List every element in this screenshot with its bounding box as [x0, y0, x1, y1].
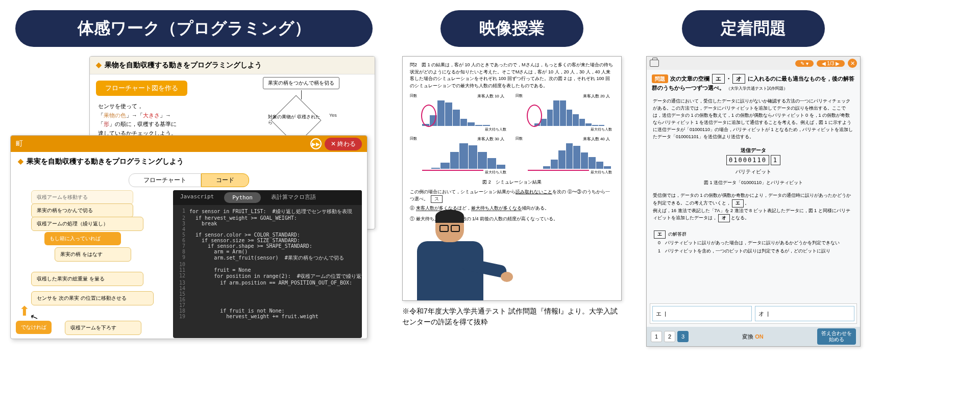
quiz-topbar: ✎ ▾ ◀ 1/3 ▶ ✕	[647, 57, 860, 70]
block-grab-cut[interactable]: 果実の柄をつかんで切る	[31, 203, 133, 218]
code-line: 6 if sensor.size >= SIZE_STANDARD:	[175, 238, 360, 243]
histogram: 回数来客人数 30 人最大待ち人数	[410, 136, 508, 176]
quiz-opt-1: 1 パリティビットを含め，一つのビットの誤りは判定できるが，どのビットに誤り	[653, 247, 854, 255]
answer-cell-o[interactable]: オ |	[755, 306, 854, 321]
code-line: 3 break	[175, 221, 360, 226]
fc-node-grab: 果実の柄をつかんで柄を切る	[263, 77, 339, 89]
titlebar-icon: 町	[16, 139, 23, 148]
quiz-page-buttons: 1 2 3	[651, 331, 689, 342]
quiz-answer-group: エ の解答群 0 パリティビットに誤りがあった場合は，データに誤りがあるかどうか…	[647, 228, 860, 257]
histogram: 回数来客人数 10 人最大待ち人数	[410, 93, 508, 133]
quiz-close-icon[interactable]: ✕	[848, 59, 857, 68]
code-card: 町 ▶▶ ✕ 終わる 果実を自動収穫する動きをプログラミングしよう フローチャー…	[10, 135, 368, 339]
pen-icon[interactable]: ✎ ▾	[795, 60, 814, 67]
block-move-arm[interactable]: 収穫アームを移動する	[31, 190, 133, 204]
front-title: 果実を自動収穫する動きをプログラミングしよう	[11, 152, 367, 171]
block-weigh[interactable]: 収穫した果実の総重量 を量る	[31, 272, 143, 286]
code-line: 19 hervest_weight += fruit.weight	[175, 314, 360, 319]
quiz-card: ✎ ▾ ◀ 1/3 ▶ ✕ 問題次の文章の空欄 エ・オ に入れるのに最も適当なも…	[646, 56, 861, 347]
convert-toggle[interactable]: 変換 ON	[742, 333, 764, 341]
code-line: 7 if sensor.shape >= SHAPE_STANDARD:	[175, 243, 360, 249]
quiz-answer-inputs: エ | オ |	[650, 303, 857, 324]
block-palette: 収穫アームを移動する 果実の柄をつかんで切る 収穫アームの処理（繰り返し） もし…	[16, 190, 169, 338]
code-line: 12 for position in range(2): #収穫アームの位置で繰…	[175, 273, 360, 280]
quiz-bottombar: 1 2 3 変換 ON 答え合わせを 始める	[647, 327, 860, 346]
quiz-body-1: データの通信において，受信したデータに誤りがないか確認する方法の一つにパリティチ…	[647, 96, 860, 143]
lang-tab-js[interactable]: Javascript	[173, 190, 221, 205]
video-source-note: ※令和7年度大学入学共通テスト 試作問題『情報Ⅰ』より。大学入試センターの許諾を…	[402, 306, 622, 327]
code-line: 4	[175, 226, 360, 232]
block-release[interactable]: 果実の柄 をはなす	[55, 247, 131, 262]
pill-fixation: 定着問題	[682, 10, 825, 47]
video-lesson-card: 問2 図 1 の結果は，客が 10 人のときであったので，Mさんは，もっと多くの…	[402, 56, 622, 301]
tab-flowchart[interactable]: フローチャート	[129, 173, 201, 187]
code-line: 11 fruit = None	[175, 267, 360, 273]
page-1[interactable]: 1	[651, 331, 662, 342]
code-line: 14	[175, 286, 360, 291]
histogram-grid: 回数来客人数 10 人最大待ち人数回数来客人数 20 人最大待ち人数回数来客人数…	[403, 91, 621, 178]
camera-icon[interactable]	[650, 60, 659, 67]
code-line: 16	[175, 297, 360, 302]
back-title: 果物を自動収穫する動きをプログラミングしよう	[90, 57, 375, 74]
quiz-body-2: 受信側では，データの 1 の個数が偶数か奇数かにより，データの通信時に誤りがあっ…	[647, 190, 860, 225]
video-explain: この例の場合において，シミュレーション結果から読み取れないことを次の ⓪〜③ の…	[403, 189, 621, 203]
code-line: 18 if fruit is not None:	[175, 308, 360, 314]
code-line: 10	[175, 262, 360, 267]
start-check-button[interactable]: 答え合わせを 始める	[817, 328, 856, 345]
lang-tab-macro[interactable]: 表計算マクロ言語	[264, 190, 323, 205]
code-line: 13 if arm.position == ARM_POSITION_OUT_O…	[175, 280, 360, 286]
bits-parity: 1	[771, 155, 780, 165]
block-move-sensor[interactable]: センサを 次の果実 の位置に移動させる	[31, 291, 154, 305]
histogram: 回数来客人数 20 人最大待ち人数	[516, 93, 614, 133]
code-line: 2 if hervest_weight >= GOAL_WEIGHT:	[175, 215, 360, 221]
code-card-titlebar: 町 ▶▶ ✕ 終わる	[11, 136, 367, 152]
fc-yes-label: Yes	[329, 113, 337, 118]
code-pane: Javascript Python 表計算マクロ言語 1for sensor i…	[173, 190, 362, 338]
video-question-text: 問2 図 1 の結果は，客が 10 人のときであったので，Mさんは，もっと多くの…	[403, 57, 621, 91]
video-fig-caption: 図 2 シミュレーション結果	[403, 178, 621, 189]
quiz-question: 問題次の文章の空欄 エ・オ に入れるのに最も適当なものを，後の解答群のうちから一…	[647, 70, 860, 96]
question-tag: 問題	[652, 74, 668, 83]
bits-data: 01000110	[726, 155, 769, 165]
page-2[interactable]: 2	[664, 331, 675, 342]
pill-video: 映像授業	[440, 10, 583, 47]
code-line: 15	[175, 291, 360, 297]
quiz-figure: 送信データ 01000110 1 パリティビット 図 1 送信データ「01000…	[647, 147, 860, 186]
view-tabs: フローチャート コード	[11, 173, 367, 187]
make-flowchart-button[interactable]: フローチャート図を作る	[96, 81, 187, 96]
block-arm-loop[interactable]: 収穫アームの処理（繰り返し）	[31, 217, 143, 231]
code-line: 8 arm = Arm()	[175, 249, 360, 254]
teacher-figure	[402, 201, 502, 301]
code-line: 5 if sensor.color >= COLOR_STANDARD:	[175, 232, 360, 238]
quiz-pager: ◀ 1/3 ▶	[817, 60, 845, 67]
block-else[interactable]: でなければ	[16, 321, 52, 334]
page-3[interactable]: 3	[677, 331, 689, 342]
code-line: 17	[175, 302, 360, 308]
block-lower-arm[interactable]: 収穫アームを下ろす	[65, 321, 141, 335]
block-if-inbox[interactable]: もし箱に入っていれば	[44, 232, 121, 245]
arrow-up-icon: ⬆	[19, 303, 30, 319]
pill-programming: 体感ワーク（プログラミング）	[15, 10, 373, 47]
close-button[interactable]: ✕ 終わる	[325, 138, 362, 150]
code-line: 9 arm.set_fruit(sensor) #果実の柄をつかんで切る	[175, 254, 360, 262]
quiz-opt-0: 0 パリティビットに誤りがあった場合は，データに誤りがあるかどうかを判定できない	[653, 239, 854, 247]
histogram: 回数来客人数 40 人最大待ち人数	[516, 136, 614, 176]
lang-tab-python[interactable]: Python	[224, 192, 261, 203]
code-body: 1for sensor in FRUIT_LIST: #繰り返し処理でセンサ移動…	[173, 205, 362, 322]
rewind-icon[interactable]: ▶▶	[310, 138, 322, 149]
answer-cell-e[interactable]: エ |	[652, 306, 752, 321]
programming-stack: 果物を自動収穫する動きをプログラミングしよう フローチャート図を作る センサを使…	[10, 56, 373, 342]
tab-code[interactable]: コード	[201, 173, 249, 187]
code-line: 1for sensor in FRUIT_LIST: #繰り返し処理でセンサ移動…	[175, 208, 360, 215]
